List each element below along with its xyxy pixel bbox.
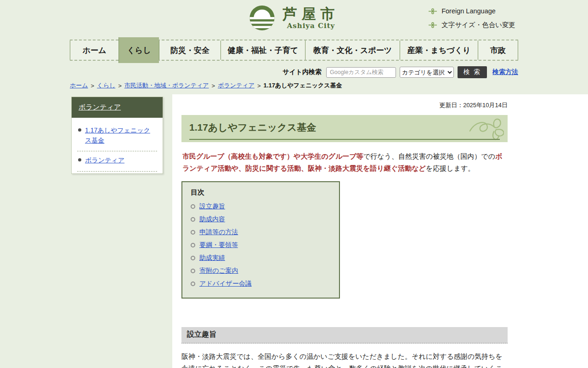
- content-area: ボランティア 1.17あしやフェニックス基金ボランティア 更新日：2025年10…: [70, 94, 588, 368]
- toc-item: 申請等の方法: [191, 226, 331, 239]
- circle-bullet-icon: [191, 282, 195, 286]
- nav-item-1[interactable]: ホーム: [70, 40, 119, 60]
- sidebar-list: 1.17あしやフェニックス基金ボランティア: [72, 118, 163, 173]
- section-body: 阪神・淡路大震災では、全国から多くの温かいご支援をいただきました。それに対する感…: [181, 351, 508, 368]
- city-name-en: Ashiya City: [283, 22, 339, 30]
- toc-item: アドバイザー会議: [191, 277, 331, 290]
- search-label: サイト内検索: [283, 68, 322, 76]
- page-title: 1.17あしやフェニックス基金: [189, 121, 500, 140]
- sidebar-list-item: 1.17あしやフェニックス基金: [77, 121, 157, 151]
- foreign-language-link[interactable]: Foreign Language: [428, 7, 515, 15]
- foreign-language-label: Foreign Language: [441, 7, 496, 15]
- intro-emphasis-text: 市民グループ（高校生も対象です）や大学生のグループ等: [182, 152, 363, 160]
- toc-item: 設立趣旨: [191, 200, 331, 213]
- bullet-icon: [78, 158, 81, 161]
- toc-item: 寄附のご案内: [191, 264, 331, 277]
- search-help-link[interactable]: 検索方法: [492, 68, 518, 76]
- toc-link-7[interactable]: アドバイザー会議: [199, 280, 252, 288]
- header-utility-links: Foreign Language 文字サイズ・色合い変更: [428, 7, 515, 35]
- branch-icon: [428, 22, 437, 28]
- main-content: 更新日：2025年10月14日 1.17あしやフェニックス基金 市民グループ（高…: [172, 94, 588, 368]
- site-search: サイト内検索 カテゴリを選択 検 索 検索方法: [70, 66, 518, 78]
- text-size-color-label: 文字サイズ・色合い変更: [441, 21, 515, 29]
- sidebar-title-link[interactable]: ボランティア: [79, 103, 121, 111]
- sidebar-menu: ボランティア 1.17あしやフェニックス基金ボランティア: [71, 97, 163, 174]
- breadcrumb-item-1[interactable]: ホーム: [70, 81, 88, 90]
- city-crest-icon: [249, 5, 276, 31]
- site-logo[interactable]: 芦屋市 Ashiya City: [249, 5, 339, 31]
- branch-icon: [428, 8, 437, 14]
- toc-link-2[interactable]: 助成内容: [199, 215, 225, 224]
- search-category-select[interactable]: カテゴリを選択: [400, 67, 454, 78]
- nav-item-6[interactable]: 産業・まちづくり: [400, 40, 478, 60]
- nav-item-4[interactable]: 健康・福祉・子育て: [220, 40, 305, 60]
- intro-text: で行なう、自然災害の被災地（国内）での: [363, 152, 495, 160]
- toc-link-6[interactable]: 寄附のご案内: [199, 267, 238, 275]
- toc-link-5[interactable]: 助成実績: [199, 254, 225, 262]
- breadcrumb-separator: >: [91, 82, 95, 89]
- intro-text: を応援します。: [426, 164, 475, 172]
- breadcrumb-item-2[interactable]: くらし: [97, 81, 115, 90]
- city-name: 芦屋市: [283, 6, 339, 22]
- search-button[interactable]: 検 索: [458, 66, 487, 78]
- body-paragraph: 阪神・淡路大震災では、全国から多くの温かいご支援をいただきました。それに対する感…: [181, 351, 508, 368]
- toc-link-3[interactable]: 申請等の方法: [199, 228, 238, 236]
- toc-box: 目次 設立趣旨助成内容申請等の方法要綱・要領等助成実績寄附のご案内アドバイザー会…: [181, 181, 340, 299]
- circle-bullet-icon: [191, 256, 195, 260]
- section-heading: 設立趣旨: [181, 327, 508, 344]
- toc-item: 助成内容: [191, 213, 331, 226]
- toc-item: 要綱・要領等: [191, 239, 331, 252]
- breadcrumb-separator: >: [212, 82, 215, 89]
- updated-date: 更新日：2025年10月14日: [181, 101, 508, 109]
- breadcrumb-separator: >: [257, 82, 261, 89]
- breadcrumb-item-5: 1.17あしやフェニックス基金: [264, 81, 342, 90]
- text-size-color-link[interactable]: 文字サイズ・色合い変更: [428, 21, 515, 29]
- breadcrumb-separator: >: [118, 82, 122, 89]
- sidebar-header[interactable]: ボランティア: [72, 97, 163, 118]
- breadcrumb-item-4[interactable]: ボランティア: [218, 81, 254, 90]
- breadcrumb: ホーム>くらし>市民活動・地域・ボランティア>ボランティア>1.17あしやフェニ…: [70, 81, 518, 90]
- toc-link-1[interactable]: 設立趣旨: [199, 202, 225, 211]
- nav-item-2[interactable]: くらし: [119, 37, 159, 63]
- sidebar-link-1[interactable]: 1.17あしやフェニックス基金: [85, 126, 156, 145]
- search-input[interactable]: [326, 67, 396, 78]
- toc-link-4[interactable]: 要綱・要領等: [199, 241, 238, 249]
- page-title-banner: 1.17あしやフェニックス基金: [181, 115, 508, 142]
- site-header: 芦屋市 Ashiya City Foreign Language: [0, 0, 588, 37]
- toc-title: 目次: [191, 188, 331, 197]
- intro-paragraph: 市民グループ（高校生も対象です）や大学生のグループ等で行なう、自然災害の被災地（…: [182, 150, 507, 174]
- breadcrumb-item-3[interactable]: 市民活動・地域・ボランティア: [124, 81, 209, 90]
- bullet-icon: [78, 128, 81, 132]
- sidebar-link-2[interactable]: ボランティア: [85, 155, 124, 166]
- circle-bullet-icon: [191, 230, 195, 235]
- circle-bullet-icon: [191, 243, 195, 247]
- sidebar-list-item: ボランティア: [77, 151, 157, 172]
- toc-list: 設立趣旨助成内容申請等の方法要綱・要領等助成実績寄附のご案内アドバイザー会議: [191, 200, 331, 290]
- toc-item: 助成実績: [191, 252, 331, 264]
- nav-item-5[interactable]: 教育・文化・スポーツ: [305, 40, 400, 60]
- main-nav: ホームくらし防災・安全健康・福祉・子育て教育・文化・スポーツ産業・まちづくり市政: [70, 40, 518, 61]
- circle-bullet-icon: [191, 217, 195, 222]
- circle-bullet-icon: [191, 204, 195, 209]
- circle-bullet-icon: [191, 269, 195, 273]
- nav-item-3[interactable]: 防災・安全: [159, 40, 220, 60]
- nav-item-7[interactable]: 市政: [478, 40, 518, 60]
